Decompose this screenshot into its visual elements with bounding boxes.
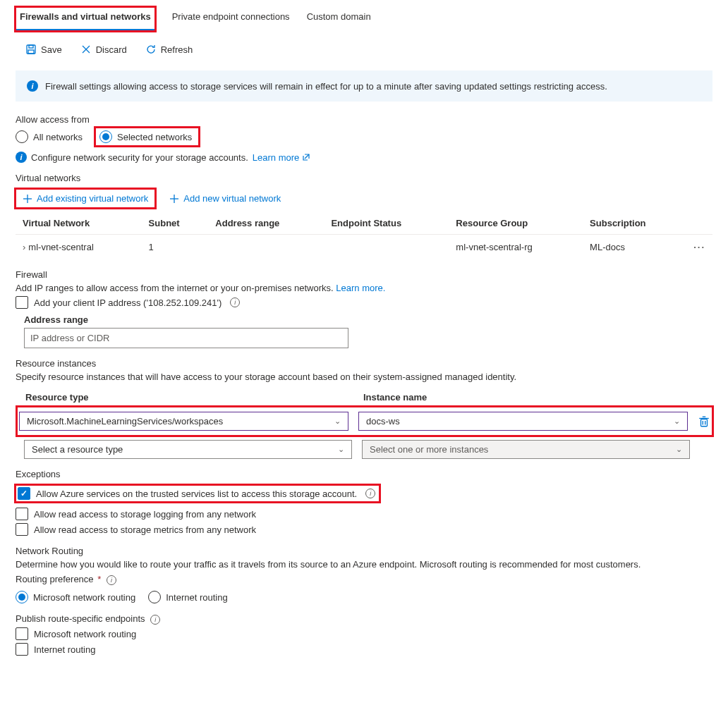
add-client-ip-row[interactable]: Add your client IP address ('108.252.109…	[16, 296, 712, 309]
routing-desc: Determine how you would like to route yo…	[16, 559, 712, 570]
resource-row: Microsoft.MachineLearningServices/worksp…	[19, 412, 710, 431]
info-icon: i	[16, 152, 27, 163]
add-new-vnet-button[interactable]: Add new virtual network	[162, 189, 288, 208]
info-icon[interactable]: i	[150, 615, 160, 625]
routing-section: Network Routing Determine how you would …	[0, 546, 728, 656]
vnet-actions: Add existing virtual network Add new vir…	[16, 189, 712, 208]
checkbox-icon[interactable]	[18, 487, 30, 500]
radio-internet-routing[interactable]: Internet routing	[148, 588, 233, 606]
row-menu-icon[interactable]: ···	[693, 242, 705, 252]
resource-type-dropdown-empty[interactable]: Select a resource type ⌄	[24, 440, 352, 459]
resource-row-empty: Select a resource type ⌄ Select one or m…	[16, 440, 712, 459]
instance-name-placeholder: Select one or more instances	[370, 444, 488, 455]
access-section: Allow access from All networks Selected …	[0, 114, 728, 163]
tab-custom-domain[interactable]: Custom domain	[307, 7, 371, 31]
checkbox-icon[interactable]	[16, 508, 28, 520]
instance-name-dropdown-empty[interactable]: Select one or more instances ⌄	[362, 440, 690, 459]
refresh-icon	[145, 44, 157, 55]
publish-internet-row[interactable]: Internet routing	[16, 643, 712, 656]
save-button[interactable]: Save	[21, 41, 66, 58]
col-range: Address range	[208, 212, 324, 235]
firewall-desc: Add IP ranges to allow access from the i…	[16, 283, 712, 293]
resource-instances-desc: Specify resource instances that will hav…	[16, 372, 712, 382]
refresh-label: Refresh	[161, 44, 193, 55]
chevron-down-icon: ⌄	[674, 417, 680, 426]
routing-pref-row: Microsoft network routing Internet routi…	[16, 588, 712, 606]
add-existing-vnet-button[interactable]: Add existing virtual network	[16, 189, 155, 208]
refresh-button[interactable]: Refresh	[141, 41, 198, 58]
save-icon	[25, 44, 37, 55]
learn-more-text: Learn more	[253, 152, 299, 163]
chevron-right-icon[interactable]: ›	[23, 242, 25, 252]
checkbox-icon[interactable]	[16, 523, 28, 536]
info-icon[interactable]: i	[365, 489, 375, 498]
discard-label: Discard	[96, 44, 127, 55]
resource-instances-section: Resource instances Specify resource inst…	[0, 358, 728, 459]
access-helper: i Configure network security for your st…	[16, 152, 712, 163]
col-sub: Subscription	[583, 212, 686, 235]
vnets-title: Virtual networks	[16, 173, 712, 183]
radio-circle-icon	[99, 130, 112, 143]
table-row[interactable]: ›ml-vnet-scentral 1 ml-vnet-scentral-rg …	[16, 235, 712, 260]
address-range-input[interactable]	[24, 328, 348, 348]
plus-icon	[23, 194, 32, 204]
col-subnet: Subnet	[142, 212, 209, 235]
exceptions-title: Exceptions	[16, 469, 712, 479]
learn-more-link[interactable]: Learn more	[253, 152, 310, 163]
discard-button[interactable]: Discard	[76, 41, 131, 58]
svg-rect-9	[701, 419, 708, 426]
resource-type-dropdown[interactable]: Microsoft.MachineLearningServices/worksp…	[19, 412, 348, 431]
exceptions-section: Exceptions Allow Azure services on the t…	[0, 469, 728, 536]
info-icon[interactable]: i	[230, 297, 240, 307]
chevron-down-icon: ⌄	[338, 445, 344, 454]
chevron-down-icon: ⌄	[676, 445, 682, 454]
tab-firewalls[interactable]: Firewalls and virtual networks	[16, 7, 155, 31]
radio-selected-label: Selected networks	[117, 132, 192, 142]
external-link-icon	[302, 153, 310, 161]
row-sub: ML-docs	[583, 235, 686, 260]
routing-internet-label: Internet routing	[166, 592, 227, 603]
discard-icon	[80, 44, 92, 55]
required-asterisk: *	[97, 574, 101, 584]
radio-all-label: All networks	[33, 132, 83, 142]
routing-ms-label: Microsoft network routing	[33, 592, 135, 603]
access-radio-row: All networks Selected networks	[16, 128, 712, 146]
add-client-ip-label: Add your client IP address ('108.252.109…	[34, 297, 222, 308]
checkbox-icon[interactable]	[16, 643, 28, 656]
col-rg: Resource Group	[449, 212, 583, 235]
firewall-title: Firewall	[16, 269, 712, 280]
firewall-desc-text: Add IP ranges to allow access from the i…	[16, 283, 334, 293]
toolbar: Save Discard Refresh	[0, 31, 728, 63]
info-icon: i	[27, 80, 38, 92]
svg-rect-1	[29, 45, 33, 48]
checkbox-icon[interactable]	[16, 627, 28, 640]
publish-internet-label: Internet routing	[34, 644, 95, 655]
info-icon[interactable]: i	[107, 575, 116, 585]
exception-trusted-row[interactable]: Allow Azure services on the trusted serv…	[16, 485, 380, 502]
radio-circle-icon	[148, 591, 161, 603]
radio-selected-networks[interactable]: Selected networks	[95, 128, 199, 146]
exception-logging-row[interactable]: Allow read access to storage logging fro…	[16, 508, 712, 520]
trash-icon[interactable]	[698, 415, 710, 428]
add-new-label: Add new virtual network	[183, 193, 281, 204]
firewall-learn-more-link[interactable]: Learn more.	[336, 283, 385, 293]
resource-type-placeholder: Select a resource type	[32, 444, 123, 455]
row-vnet: ml-vnet-scentral	[28, 242, 93, 252]
resource-headers: Resource type Instance name	[16, 388, 712, 407]
tab-private-endpoints[interactable]: Private endpoint connections	[172, 7, 290, 31]
checkbox-icon[interactable]	[16, 296, 28, 309]
publish-ms-row[interactable]: Microsoft network routing	[16, 627, 712, 640]
col-instance-name: Instance name	[362, 388, 690, 407]
resource-instances-title: Resource instances	[16, 358, 712, 369]
instance-name-dropdown[interactable]: docs-ws ⌄	[358, 412, 688, 431]
save-label: Save	[41, 44, 62, 55]
publish-label: Publish route-specific endpoints	[16, 613, 145, 624]
radio-all-networks[interactable]: All networks	[16, 128, 88, 146]
col-resource-type: Resource type	[24, 388, 352, 407]
row-subnet: 1	[142, 235, 209, 260]
firewall-section: Firewall Add IP ranges to allow access f…	[0, 269, 728, 348]
exception-metrics-row[interactable]: Allow read access to storage metrics fro…	[16, 523, 712, 536]
radio-microsoft-routing[interactable]: Microsoft network routing	[16, 588, 141, 606]
row-endpoint	[324, 235, 449, 260]
access-label: Allow access from	[16, 114, 712, 125]
